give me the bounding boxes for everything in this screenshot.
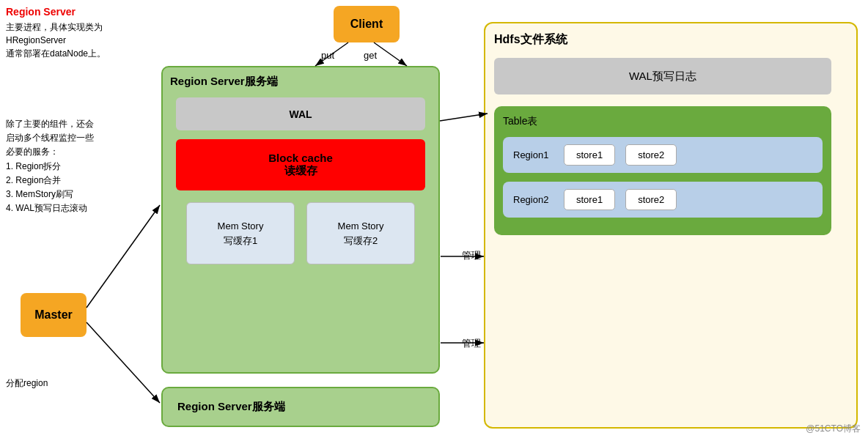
manage-label-1: 管理 bbox=[462, 249, 481, 262]
region-server-desc: 主要进程，具体实现类为HRegionServer通常部署在dataNode上。 bbox=[6, 21, 152, 60]
mem-story-box-2: Mem Story 写缓存2 bbox=[306, 202, 415, 264]
region-server-main-title: Region Server服务端 bbox=[170, 75, 431, 89]
table-panel: Table表 Region1 store1 store2 Region2 sto… bbox=[494, 106, 831, 235]
region1-store2: store2 bbox=[625, 144, 677, 166]
svg-line-4 bbox=[440, 114, 488, 121]
mem-story-row: Mem Story 写缓存1 Mem Story 写缓存2 bbox=[170, 202, 431, 264]
client-box: Client bbox=[334, 6, 400, 42]
svg-line-3 bbox=[374, 42, 407, 66]
put-label: put bbox=[321, 50, 334, 61]
region-row-2: Region2 store1 store2 bbox=[503, 182, 823, 218]
wal-box: WAL bbox=[176, 97, 425, 130]
block-cache-box: Block cache 读缓存 bbox=[176, 139, 425, 190]
block-cache-line1: Block cache bbox=[268, 152, 333, 164]
hdfs-title: Hdfs文件系统 bbox=[494, 32, 847, 48]
region2-store1: store1 bbox=[564, 189, 615, 210]
region1-store1: store1 bbox=[564, 144, 615, 166]
svg-line-7 bbox=[87, 205, 160, 308]
region1-label: Region1 bbox=[513, 149, 553, 160]
manage-label-2: 管理 bbox=[462, 337, 481, 350]
diagram-container: Region Server 主要进程，具体实现类为HRegionServer通常… bbox=[0, 0, 868, 441]
hdfs-panel: Hdfs文件系统 WAL预写日志 Table表 Region1 store1 s… bbox=[484, 22, 858, 429]
master-box: Master bbox=[21, 293, 87, 337]
svg-line-8 bbox=[87, 322, 160, 403]
table-title: Table表 bbox=[503, 115, 823, 128]
region2-label: Region2 bbox=[513, 194, 553, 205]
region-row-1: Region1 store1 store2 bbox=[503, 137, 823, 173]
region-server-title: Region Server bbox=[6, 6, 152, 18]
watermark: @51CTO博客 bbox=[806, 423, 861, 435]
mem-story1-line2: 写缓存1 bbox=[224, 234, 257, 248]
left-panel: Region Server 主要进程，具体实现类为HRegionServer通常… bbox=[6, 6, 152, 75]
mem-story1-line1: Mem Story bbox=[218, 219, 264, 234]
region-server-second: Region Server服务端 bbox=[161, 387, 440, 427]
region-server-second-title: Region Server服务端 bbox=[177, 400, 285, 414]
distribute-text: 分配region bbox=[6, 377, 48, 390]
mem-story2-line1: Mem Story bbox=[338, 219, 384, 234]
block-cache-line2: 读缓存 bbox=[284, 164, 317, 178]
mem-story-box-1: Mem Story 写缓存1 bbox=[186, 202, 295, 264]
mem-story2-line2: 写缓存2 bbox=[344, 234, 378, 248]
region-server-main: Region Server服务端 WAL Block cache 读缓存 Mem… bbox=[161, 66, 440, 374]
region2-store2: store2 bbox=[625, 189, 677, 210]
get-label: get bbox=[364, 50, 377, 61]
services-text: 除了主要的组件，还会 启动多个线程监控一些 必要的服务： 1. Region拆分… bbox=[6, 117, 149, 215]
wal-log-box: WAL预写日志 bbox=[494, 58, 831, 94]
